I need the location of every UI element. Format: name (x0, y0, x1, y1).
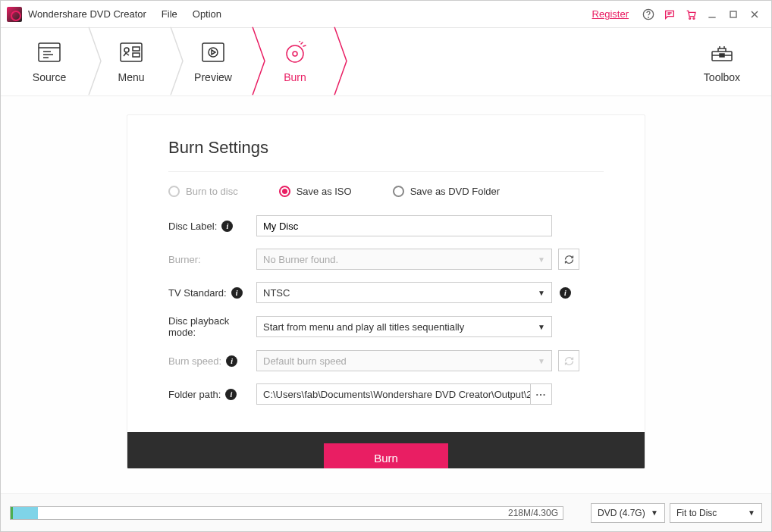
output-mode-radios: Burn to disc Save as ISO Save as DVD Fol… (168, 186, 604, 197)
info-icon[interactable]: i (560, 287, 571, 299)
svg-point-20 (293, 52, 297, 56)
tv-standard-label: TV Standard: i (168, 287, 256, 299)
maximize-icon[interactable] (726, 7, 741, 22)
burn-button[interactable]: Burn (324, 443, 448, 469)
svg-point-14 (124, 48, 129, 52)
svg-point-19 (287, 45, 303, 62)
chevron-down-icon: ▼ (538, 255, 545, 264)
app-logo (7, 7, 22, 22)
refresh-burner-button[interactable] (558, 249, 579, 270)
toolbox-icon (709, 41, 735, 64)
divider (168, 171, 604, 172)
chevron-down-icon: ▼ (538, 289, 545, 297)
radio-save-as-iso[interactable]: Save as ISO (279, 186, 352, 197)
step-burn[interactable]: Burn (254, 28, 336, 96)
step-label: Menu (118, 71, 144, 83)
svg-rect-5 (730, 11, 736, 17)
radio-label: Burn to disc (186, 186, 238, 197)
browse-folder-button[interactable]: ··· (530, 384, 551, 404)
minimize-icon[interactable] (705, 7, 720, 22)
info-icon[interactable]: i (226, 355, 237, 367)
folder-path-field: C:\Users\fab\Documents\Wondershare DVD C… (256, 383, 552, 405)
burner-select: No Burner found. ▼ (256, 249, 552, 270)
step-label: Toolbox (704, 71, 740, 83)
step-toolbox[interactable]: Toolbox (688, 41, 756, 83)
close-icon[interactable] (747, 7, 762, 22)
burn-speed-select: Default burn speed ▼ (256, 350, 552, 371)
radio-icon (168, 186, 180, 197)
svg-rect-17 (202, 43, 224, 61)
svg-point-3 (693, 17, 695, 19)
main-area: Burn Settings Burn to disc Save as ISO S… (1, 96, 771, 493)
radio-label: Save as DVD Folder (410, 186, 501, 197)
bottom-bar: 218M/4.30G DVD (4.7G) ▼ Fit to Disc ▼ (1, 493, 771, 531)
radio-save-as-dvd-folder[interactable]: Save as DVD Folder (393, 186, 501, 197)
menu-option[interactable]: Option (193, 8, 221, 20)
burn-speed-label: Burn speed: i (168, 355, 256, 367)
step-source[interactable]: Source (8, 28, 90, 96)
burn-settings-panel: Burn Settings Burn to disc Save as ISO S… (127, 114, 645, 469)
disc-label-input[interactable] (256, 215, 552, 236)
svg-point-2 (689, 17, 691, 19)
svg-rect-23 (720, 54, 724, 57)
menu-icon (118, 41, 144, 64)
info-icon[interactable]: i (221, 221, 233, 232)
panel-footer: Burn (127, 432, 645, 469)
chevron-down-icon: ▼ (538, 357, 545, 365)
playback-mode-select[interactable]: Start from menu and play all titles sequ… (256, 316, 552, 337)
svg-rect-8 (39, 43, 60, 61)
info-icon[interactable]: i (225, 389, 237, 400)
disc-size-select[interactable]: DVD (4.7G) ▼ (591, 503, 665, 523)
source-icon (36, 41, 62, 64)
title-bar: Wondershare DVD Creator File Option Regi… (1, 1, 771, 28)
tv-standard-select[interactable]: NTSC ▼ (256, 282, 552, 303)
chevron-down-icon: ▼ (748, 509, 755, 517)
playback-mode-label: Disc playback mode: (168, 315, 256, 338)
radio-label: Save as ISO (297, 186, 352, 197)
progress-marker (11, 507, 13, 519)
radio-burn-to-disc: Burn to disc (168, 186, 238, 197)
step-menu[interactable]: Menu (90, 28, 172, 96)
step-label: Source (33, 71, 66, 83)
step-label: Preview (194, 71, 232, 83)
burner-label: Burner: (168, 254, 256, 265)
chevron-down-icon: ▼ (538, 323, 545, 331)
step-preview[interactable]: Preview (172, 28, 254, 96)
menu-file[interactable]: File (162, 8, 177, 20)
panel-title: Burn Settings (168, 138, 604, 158)
radio-icon (393, 186, 404, 197)
svg-rect-13 (121, 43, 142, 61)
progress-fill (11, 507, 38, 519)
svg-rect-16 (133, 53, 140, 57)
svg-point-1 (648, 17, 649, 17)
folder-path-label: Folder path: i (168, 389, 256, 400)
refresh-speed-button (558, 350, 579, 371)
steps-bar: Source Menu Preview Burn Toolbox (1, 28, 771, 96)
radio-icon (279, 186, 290, 197)
feedback-icon[interactable] (662, 7, 677, 22)
fit-select[interactable]: Fit to Disc ▼ (670, 503, 762, 523)
cart-icon[interactable] (683, 7, 698, 22)
progress-text: 218M/4.30G (508, 508, 558, 518)
info-icon[interactable]: i (231, 287, 243, 299)
burn-icon (282, 41, 308, 64)
register-link[interactable]: Register (592, 8, 629, 20)
chevron-down-icon: ▼ (651, 509, 658, 517)
help-icon[interactable] (641, 7, 656, 22)
preview-icon (200, 41, 226, 64)
svg-rect-15 (133, 47, 140, 51)
folder-path-text: C:\Users\fab\Documents\Wondershare DVD C… (257, 389, 530, 400)
step-label: Burn (284, 71, 306, 83)
app-title: Wondershare DVD Creator (28, 8, 146, 20)
capacity-progress: 218M/4.30G (10, 506, 563, 520)
disc-label-label: Disc Label: i (168, 221, 256, 232)
